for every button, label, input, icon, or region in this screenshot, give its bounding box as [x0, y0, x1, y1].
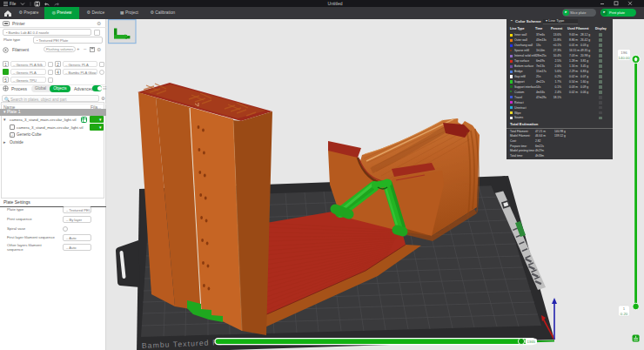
svg-text:0.20: 0.20 [621, 312, 628, 316]
svg-text:196: 196 [621, 50, 627, 55]
svg-text:1365: 1365 [527, 340, 536, 344]
svg-text:140.00: 140.00 [618, 56, 630, 60]
svg-text:File: File [10, 2, 17, 6]
